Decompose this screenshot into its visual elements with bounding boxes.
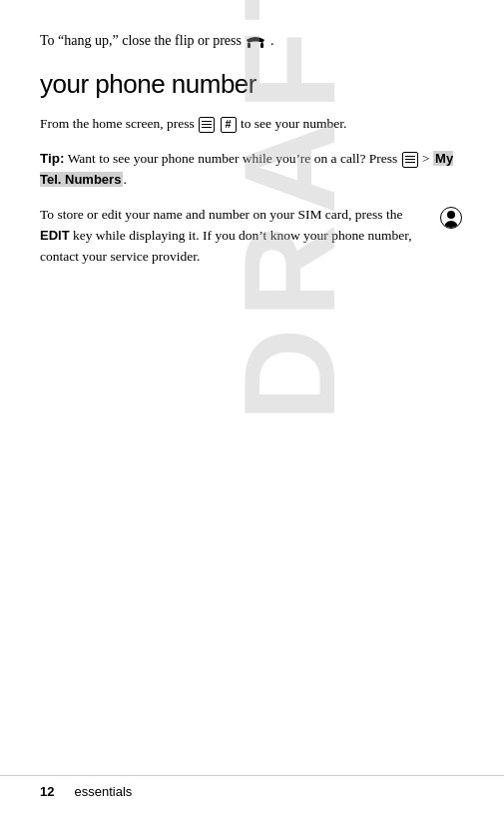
intro-text-after: . <box>270 33 274 48</box>
tip-arrow: > <box>422 151 433 166</box>
page-number: 12 <box>40 784 54 799</box>
paragraph-2: To store or edit your name and number on… <box>40 205 430 268</box>
para2-edit-bold: EDIT <box>40 228 70 243</box>
hash-icon: # <box>221 117 237 133</box>
para1-text-after: to see your number. <box>241 116 346 131</box>
intro-paragraph: To “hang up,” close the flip or press . <box>40 30 464 51</box>
intro-text-before: To “hang up,” close the flip or press <box>40 33 242 48</box>
svg-rect-0 <box>248 43 251 48</box>
paragraph-2-container: To store or edit your name and number on… <box>40 205 464 268</box>
tip-text-after: . <box>123 172 126 187</box>
tip-menu-icon <box>402 152 418 168</box>
tip-block: Tip: Want to see your phone number while… <box>40 149 464 191</box>
section-heading: your phone number <box>40 69 464 100</box>
contact-icon <box>440 207 462 229</box>
page-footer: 12 essentials <box>0 775 504 799</box>
para2-text-before: To store or edit your name and number on… <box>40 207 402 222</box>
page-content: To “hang up,” close the flip or press . … <box>0 0 504 312</box>
para1-text-before: From the home screen, press <box>40 116 195 131</box>
tip-text: Want to see your phone number while you’… <box>68 151 398 166</box>
menu-icon <box>199 117 215 133</box>
end-call-icon <box>246 34 265 50</box>
contact-icon-container <box>438 207 464 229</box>
tip-label: Tip: <box>40 151 65 166</box>
paragraph-1: From the home screen, press # to see you… <box>40 114 464 135</box>
footer-label: essentials <box>74 784 132 799</box>
svg-rect-1 <box>260 43 263 48</box>
para2-text-after: key while displaying it. If you don’t kn… <box>40 228 412 264</box>
